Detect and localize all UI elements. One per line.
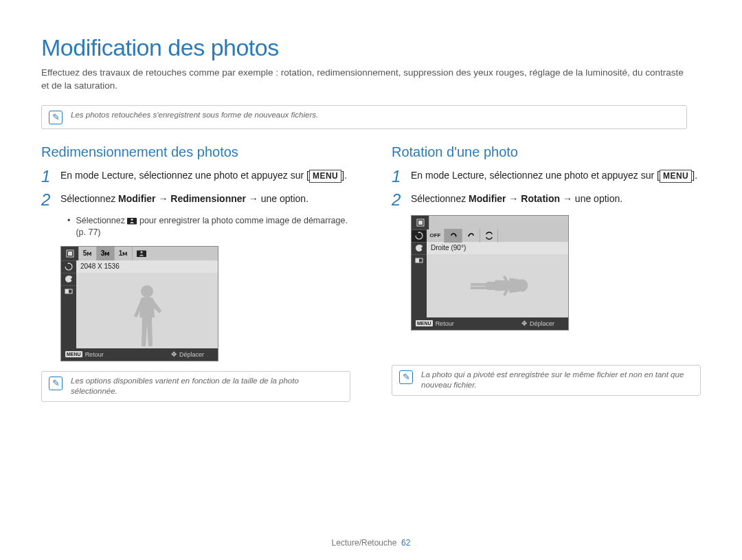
footer-move-label: Déplacer (530, 320, 554, 327)
step-number: 1 (392, 168, 404, 185)
step-number: 1 (41, 168, 54, 185)
step2-text-a: Sélectionnez (60, 193, 118, 204)
svg-point-8 (141, 285, 153, 298)
step2-bold: Modifier → Redimensionner (118, 193, 246, 204)
menu-button-label: MENU (660, 170, 692, 183)
svg-rect-16 (471, 283, 488, 286)
resize-tool-icon (412, 216, 429, 229)
size-option-5m: 5ᴍ (79, 247, 97, 260)
step2-bold: Modifier → Rotation (469, 193, 560, 204)
resize-camera-screen: 5ᴍ 3ᴍ 1ᴍ 2048 X 1536 (60, 246, 218, 361)
step-number: 2 (41, 192, 54, 208)
person-silhouette (130, 283, 164, 348)
resize-note-text: Les options disponibles varient en fonct… (71, 376, 343, 397)
note-icon: ✎ (399, 370, 413, 384)
column-rotate: Rotation d'une photo 1 En mode Lecture, … (392, 144, 701, 417)
rotate-tool-icon (412, 229, 427, 242)
page-footer: Lecture/Retouche 62 (0, 538, 742, 548)
svg-rect-10 (418, 221, 423, 225)
rotation-off: OFF (427, 229, 445, 243)
heading-resize: Redimensionnement des photos (41, 144, 350, 160)
palette-side-icon (412, 242, 427, 254)
startup-image-icon (127, 216, 137, 225)
rotate-step-2: 2 Sélectionnez Modifier → Rotation → une… (392, 192, 701, 208)
footer-page-number: 62 (401, 538, 410, 548)
bullet-text-a: Sélectionnez (76, 216, 127, 225)
step-number: 2 (392, 192, 404, 208)
step1-text-a: En mode Lecture, sélectionnez une photo … (60, 170, 309, 181)
resize-note-box: ✎ Les options disponibles varient en fon… (41, 371, 350, 402)
person-silhouette-rotated (465, 269, 530, 303)
step2-text-a: Sélectionnez (411, 193, 469, 204)
rotation-right-90 (445, 229, 462, 243)
step1-text-a: En mode Lecture, sélectionnez une photo … (411, 170, 660, 181)
adjust-side-icon (412, 254, 427, 267)
step1-text-b: ]. (341, 170, 347, 181)
rotation-left-90 (462, 229, 480, 243)
top-note-text: Les photos retouchées s'enregistrent sou… (71, 110, 318, 121)
size-option-1m: 1ᴍ (115, 247, 133, 260)
top-note-box: ✎ Les photos retouchées s'enregistrent s… (41, 105, 687, 129)
intro-text: Effectuez des travaux de retouches comme… (41, 67, 687, 93)
resize-info-label: 2048 X 1536 (76, 262, 120, 270)
svg-rect-7 (65, 289, 69, 293)
footer-section: Lecture/Retouche (332, 538, 397, 548)
heading-rotate: Rotation d'une photo (392, 144, 701, 160)
adjust-side-icon (61, 285, 76, 298)
svg-rect-3 (68, 251, 72, 256)
rotate-info-label: Droite (90°) (427, 244, 466, 251)
rotation-180 (480, 229, 498, 243)
nav-icon: ✥ (521, 320, 527, 327)
rotate-note-text: La photo qui a pivoté est enregistrée su… (421, 370, 693, 391)
svg-point-5 (140, 251, 142, 254)
size-option-startup (133, 247, 150, 260)
rotate-side-icon (61, 260, 76, 273)
palette-side-icon (61, 273, 76, 285)
svg-point-1 (131, 219, 133, 221)
step2-text-b: → une option. (246, 193, 308, 204)
step2-text-b: → une option. (560, 193, 622, 204)
resize-step-2: 2 Sélectionnez Modifier → Redimensionner… (41, 192, 350, 208)
footer-move-label: Déplacer (179, 351, 204, 358)
svg-rect-15 (486, 282, 517, 290)
rotate-step-1: 1 En mode Lecture, sélectionnez une phot… (392, 168, 701, 185)
size-option-3m: 3ᴍ (97, 247, 115, 260)
resize-tool-icon (61, 247, 79, 260)
footer-menu-tag: MENU (416, 320, 433, 326)
nav-icon: ✥ (171, 350, 177, 358)
svg-rect-12 (416, 258, 419, 262)
rotate-note-box: ✎ La photo qui a pivoté est enregistrée … (392, 365, 701, 396)
column-resize: Redimensionnement des photos 1 En mode L… (41, 144, 350, 417)
resize-step-1: 1 En mode Lecture, sélectionnez une phot… (41, 168, 350, 185)
footer-back-label: Retour (436, 320, 454, 327)
note-icon: ✎ (49, 377, 63, 390)
menu-button-label: MENU (309, 170, 341, 183)
step1-text-b: ]. (692, 170, 697, 181)
footer-back-label: Retour (85, 351, 104, 358)
footer-menu-tag: MENU (65, 351, 82, 357)
note-icon: ✎ (49, 111, 63, 124)
page-title: Modification des photos (41, 34, 701, 61)
svg-rect-17 (471, 287, 488, 289)
resize-bullet: Sélectionnez pour enregistrer la photo c… (41, 215, 350, 239)
rotate-camera-screen: OFF Droite (90°) (411, 215, 569, 331)
